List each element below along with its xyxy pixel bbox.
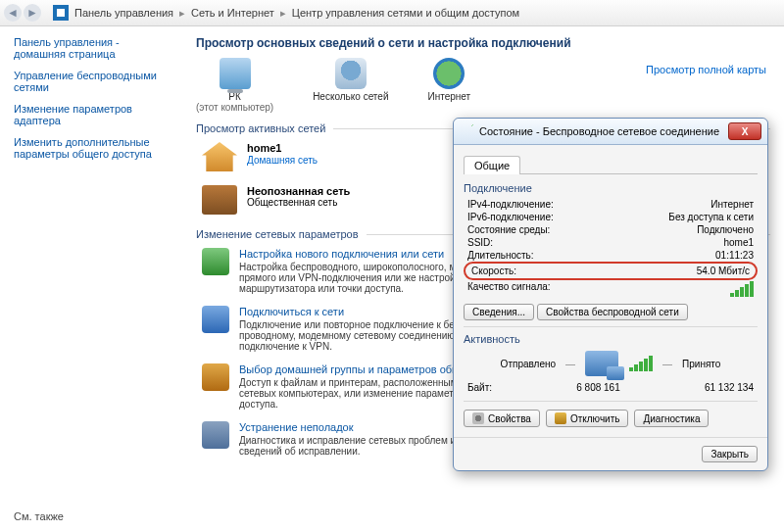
kv-row: IPv6-подключение:Без доступа к сети	[464, 211, 758, 223]
diagnostics-button[interactable]: Диагностика	[634, 410, 709, 427]
tabstrip: Общие	[464, 155, 758, 174]
computer-icon	[220, 58, 251, 89]
disconnect-button[interactable]: Отключить	[546, 410, 629, 427]
dialog-titlebar[interactable]: Состояние - Беспроводное сетевое соедине…	[454, 119, 767, 145]
breadcrumb: ◄ ► Панель управления ▸ Сеть и Интернет …	[0, 0, 784, 26]
see-also-heading: См. также	[14, 510, 64, 522]
nav-arrows: ◄ ►	[4, 4, 41, 22]
wifi-icon	[460, 124, 473, 138]
group-connection: Подключение	[464, 182, 758, 194]
sidebar: Панель управления - домашняя страница Уп…	[0, 26, 172, 532]
kv-row: SSID:home1	[464, 236, 758, 249]
map-label: Несколько сетей	[313, 91, 388, 102]
forward-button[interactable]: ►	[24, 4, 41, 22]
full-map-link[interactable]: Просмотр полной карты	[646, 64, 766, 75]
map-item-networks: Несколько сетей	[313, 58, 388, 102]
sent-label: Отправлено	[501, 359, 556, 369]
network-type-text: Общественная сеть	[247, 197, 350, 208]
control-panel-icon	[53, 5, 69, 21]
monitors-icon	[585, 351, 618, 376]
new-connection-icon	[202, 248, 229, 275]
crumb[interactable]: Панель управления	[74, 7, 173, 19]
activity-panel: Отправлено — — Принято	[464, 351, 758, 376]
networks-icon	[335, 58, 367, 89]
chevron-right-icon: ▸	[179, 7, 185, 20]
crumb[interactable]: Центр управления сетями и общим доступом	[292, 7, 519, 19]
map-item-internet: Интернет	[427, 58, 470, 102]
close-button[interactable]: X	[728, 122, 761, 140]
globe-icon	[433, 58, 465, 89]
gear-icon	[472, 412, 484, 424]
kv-signal: Качество сигнала:	[464, 280, 758, 298]
dialog-title: Состояние - Беспроводное сетевое соедине…	[479, 125, 719, 137]
network-name: Неопознанная сеть	[247, 185, 350, 197]
details-button[interactable]: Сведения...	[464, 304, 534, 320]
troubleshoot-icon	[202, 421, 229, 449]
house-icon	[202, 142, 237, 171]
kv-row: Длительность:01:11:23	[464, 249, 758, 262]
chevron-right-icon: ▸	[280, 7, 286, 20]
crumb[interactable]: Сеть и Интернет	[191, 7, 274, 19]
back-button[interactable]: ◄	[4, 4, 22, 22]
close-dialog-button[interactable]: Закрыть	[702, 446, 758, 462]
status-dialog: Состояние - Беспроводное сетевое соедине…	[453, 118, 768, 471]
wireless-props-button[interactable]: Свойства беспроводной сети	[537, 304, 688, 320]
tab-general[interactable]: Общие	[464, 156, 520, 174]
homegroup-icon	[202, 363, 229, 391]
network-name: home1	[247, 142, 318, 154]
bench-icon	[202, 185, 237, 215]
kv-speed-highlight: Скорость:54.0 Мбит/с	[464, 262, 758, 280]
sidebar-link-adapter[interactable]: Изменение параметров адаптера	[14, 103, 163, 126]
signal-bars-icon	[628, 356, 653, 371]
bytes-row: Байт: 6 808 161 61 132 134	[464, 380, 758, 395]
map-sublabel: (этот компьютер)	[196, 102, 273, 113]
network-type-link[interactable]: Домашняя сеть	[247, 155, 318, 166]
map-item-pc: РК (этот компьютер)	[196, 58, 273, 113]
kv-row: Состояние среды:Подключено	[464, 223, 758, 236]
sidebar-link-sharing[interactable]: Изменить дополнительные параметры общего…	[14, 136, 163, 160]
kv-row: IPv4-подключение:Интернет	[464, 198, 758, 211]
signal-bars-icon	[729, 281, 754, 297]
sidebar-link-wireless[interactable]: Управление беспроводными сетями	[14, 70, 163, 93]
properties-button[interactable]: Свойства	[464, 410, 540, 427]
plug-icon	[555, 412, 566, 424]
recv-label: Принято	[682, 359, 720, 369]
group-activity: Активность	[464, 333, 758, 345]
map-label: Интернет	[427, 91, 470, 102]
page-title: Просмотр основных сведений о сети и наст…	[196, 36, 770, 50]
sidebar-link-home[interactable]: Панель управления - домашняя страница	[14, 36, 163, 60]
connect-icon	[202, 306, 229, 333]
